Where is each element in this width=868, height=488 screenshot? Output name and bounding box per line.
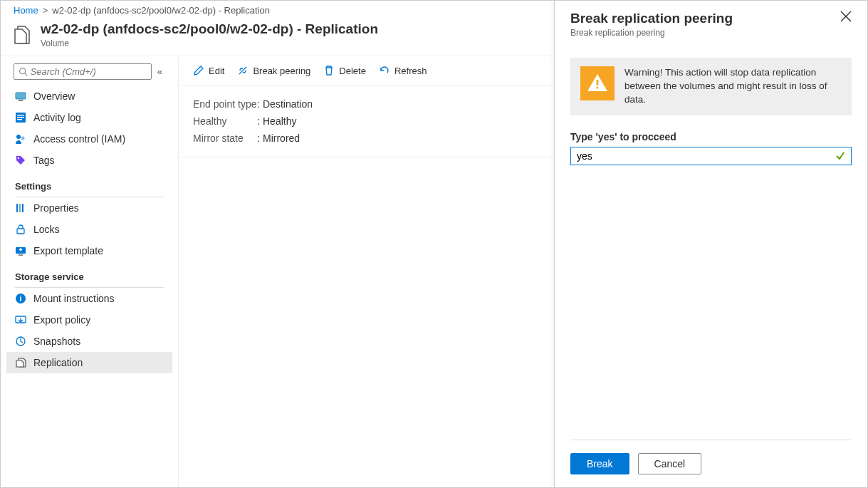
sidebar-item-label: Export template [33, 245, 103, 256]
sidebar-item-properties[interactable]: Properties [6, 197, 172, 219]
svg-rect-16 [19, 254, 23, 256]
sidebar-item-export-policy[interactable]: Export policy [6, 309, 172, 331]
replication-icon [15, 357, 26, 368]
delete-button[interactable]: Delete [323, 65, 366, 76]
search-input[interactable] [31, 66, 147, 77]
sidebar-header-storage: Storage service [6, 266, 172, 285]
svg-rect-25 [597, 80, 599, 85]
cmd-label: Refresh [394, 66, 427, 76]
break-button[interactable]: Break [570, 453, 629, 474]
sidebar-item-overview[interactable]: Overview [6, 85, 172, 107]
sidebar-item-tags[interactable]: Tags [6, 150, 172, 171]
properties-icon [15, 202, 26, 214]
sidebar-item-export-template[interactable]: Export template [6, 240, 172, 261]
sidebar-item-label: Replication [33, 357, 83, 368]
svg-rect-5 [17, 115, 24, 116]
sidebar: « Overview Activity log Access control (… [1, 56, 179, 488]
sidebar-item-snapshots[interactable]: Snapshots [6, 331, 172, 352]
sidebar-item-label: Export policy [33, 314, 90, 326]
svg-point-0 [20, 68, 26, 74]
sidebar-item-label: Overview [33, 90, 75, 102]
sidebar-header-settings: Settings [6, 175, 172, 194]
sidebar-item-label: Mount instructions [33, 293, 115, 304]
warning-box: Warning! This action will stop data repl… [570, 58, 852, 115]
warning-icon [580, 66, 615, 100]
panel-subtitle: Break replication peering [570, 28, 733, 38]
edit-button[interactable]: Edit [193, 65, 224, 76]
svg-rect-11 [16, 204, 18, 212]
svg-point-9 [21, 137, 25, 140]
search-input-wrapper[interactable] [14, 63, 152, 80]
sidebar-item-replication[interactable]: Replication [6, 352, 172, 373]
activity-log-icon [15, 112, 26, 123]
sidebar-item-label: Properties [33, 202, 79, 214]
break-replication-panel: Break replication peering Break replicat… [554, 1, 867, 487]
search-icon [19, 67, 28, 76]
svg-rect-12 [19, 204, 21, 212]
chevron-right-icon: > [43, 5, 48, 16]
iam-icon [15, 133, 26, 145]
info-icon: i [15, 293, 26, 304]
lock-icon [15, 224, 26, 235]
prop-healthy-key: Healthy [193, 115, 257, 127]
sidebar-item-activity-log[interactable]: Activity log [6, 107, 172, 128]
volume-icon [14, 25, 32, 45]
sidebar-item-mount[interactable]: i Mount instructions [6, 288, 172, 309]
svg-rect-2 [16, 93, 26, 99]
svg-point-10 [18, 157, 19, 159]
delete-icon [323, 65, 335, 76]
breadcrumb-current: w2-02-dp (anfdocs-sc2/pool0/w2-02-dp) - … [52, 5, 270, 16]
cancel-button[interactable]: Cancel [638, 453, 702, 474]
svg-line-1 [25, 73, 27, 76]
prop-mirror-val: Mirrored [263, 133, 300, 144]
cmd-label: Break peering [253, 66, 310, 76]
sidebar-item-label: Activity log [33, 112, 81, 123]
page-title: w2-02-dp (anfdocs-sc2/pool0/w2-02-dp) - … [41, 21, 378, 37]
sidebar-item-label: Snapshots [33, 336, 80, 347]
svg-rect-14 [17, 229, 24, 234]
svg-rect-6 [17, 117, 24, 118]
cmd-label: Delete [339, 66, 366, 76]
refresh-button[interactable]: Refresh [379, 65, 427, 76]
confirm-label: Type 'yes' to procceed [570, 131, 852, 142]
confirm-input[interactable] [577, 150, 835, 162]
break-peering-icon [237, 65, 249, 76]
prop-endpoint-val: Destination [263, 98, 313, 110]
export-template-icon [15, 245, 26, 256]
svg-point-8 [16, 135, 21, 139]
sidebar-item-locks[interactable]: Locks [6, 219, 172, 240]
collapse-sidebar-button[interactable]: « [155, 63, 165, 80]
overview-icon [15, 90, 26, 102]
svg-point-24 [596, 86, 598, 88]
sidebar-item-label: Tags [33, 155, 55, 166]
breadcrumb-home[interactable]: Home [14, 5, 38, 16]
sidebar-item-label: Locks [33, 224, 60, 235]
confirm-input-wrapper[interactable] [570, 147, 852, 165]
svg-rect-3 [19, 100, 23, 101]
export-policy-icon [15, 314, 26, 326]
refresh-icon [379, 65, 390, 76]
page-subtitle: Volume [41, 38, 378, 48]
prop-mirror-key: Mirror state [193, 133, 257, 144]
tags-icon [15, 155, 26, 166]
svg-rect-13 [22, 204, 23, 212]
checkmark-icon [835, 151, 845, 161]
warning-text: Warning! This action will stop data repl… [624, 66, 842, 107]
sidebar-item-label: Access control (IAM) [33, 133, 125, 145]
svg-text:i: i [19, 294, 21, 303]
prop-endpoint-key: End point type [193, 98, 257, 110]
break-peering-button[interactable]: Break peering [237, 65, 310, 76]
edit-icon [193, 65, 204, 76]
sidebar-item-iam[interactable]: Access control (IAM) [6, 128, 172, 150]
prop-healthy-val: Healthy [263, 115, 296, 127]
close-icon[interactable] [840, 11, 852, 22]
snapshots-icon [15, 336, 26, 347]
svg-rect-7 [17, 119, 22, 120]
cmd-label: Edit [209, 66, 224, 76]
panel-title: Break replication peering [570, 11, 733, 26]
